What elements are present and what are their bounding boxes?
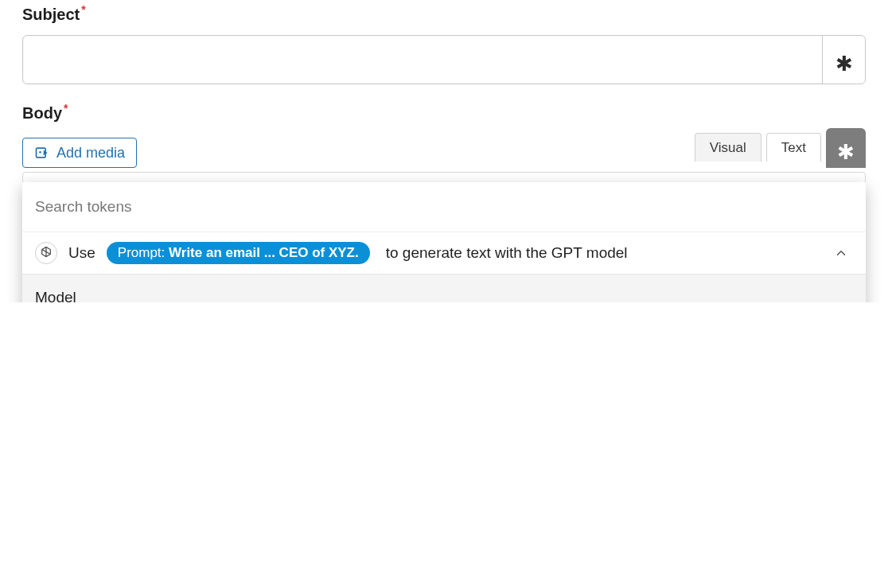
subject-token-button[interactable]: ✱ bbox=[822, 36, 865, 84]
token-header-use: Use bbox=[68, 244, 95, 262]
tab-text[interactable]: Text bbox=[766, 133, 821, 162]
tab-visual[interactable]: Visual bbox=[695, 133, 761, 162]
body-toolbar: Add media Visual Text ✱ bbox=[22, 133, 866, 173]
add-media-label: Add media bbox=[56, 145, 125, 162]
subject-input[interactable] bbox=[23, 36, 822, 84]
media-icon bbox=[34, 145, 50, 161]
subject-label: Subject* bbox=[22, 3, 866, 24]
add-media-button[interactable]: Add media bbox=[22, 138, 137, 168]
chevron-up-icon bbox=[834, 246, 848, 260]
token-item-model[interactable]: Model bbox=[22, 275, 866, 302]
token-panel: Use Prompt: Write an email ... CEO of XY… bbox=[22, 182, 866, 302]
editor-tabs: Visual Text ✱ bbox=[690, 133, 866, 173]
scrollbar-track[interactable] bbox=[856, 276, 864, 302]
body-token-button[interactable]: ✱ bbox=[826, 128, 866, 168]
subject-input-wrapper: ✱ bbox=[22, 35, 866, 84]
asterisk-icon: ✱ bbox=[835, 53, 853, 74]
body-label: Body* bbox=[22, 102, 866, 123]
prompt-pill: Prompt: Write an email ... CEO of XYZ. bbox=[107, 242, 370, 264]
required-asterisk: * bbox=[81, 3, 85, 16]
asterisk-icon: ✱ bbox=[837, 142, 855, 162]
required-asterisk: * bbox=[64, 102, 68, 115]
token-group-header[interactable]: Use Prompt: Write an email ... CEO of XY… bbox=[22, 232, 866, 275]
token-search-input[interactable] bbox=[22, 182, 866, 232]
token-list: Model Temperature Maximum length System … bbox=[22, 275, 866, 302]
svg-point-1 bbox=[39, 151, 41, 154]
token-header-after: to generate text with the GPT model bbox=[386, 244, 628, 262]
openai-icon bbox=[35, 242, 57, 264]
